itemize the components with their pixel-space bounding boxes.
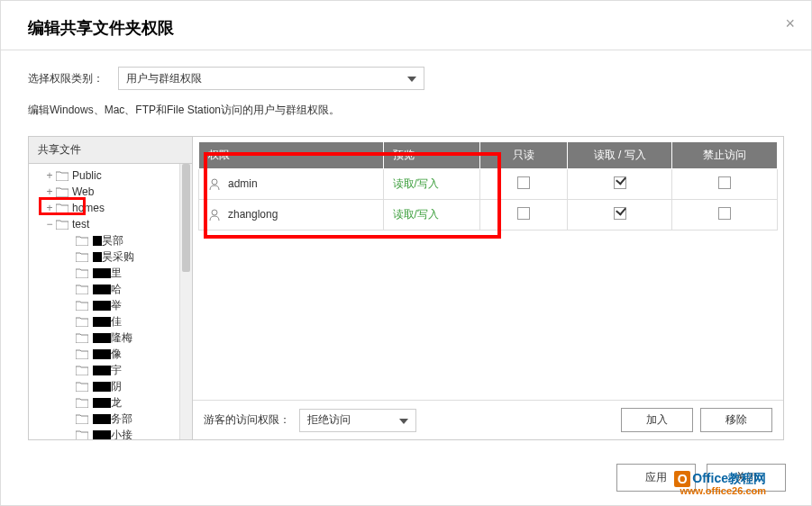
- table-buttons: 加入 移除: [621, 408, 772, 432]
- folder-icon: [76, 366, 88, 375]
- svg-point-0: [212, 179, 217, 185]
- tree-item-label: 昊采购: [102, 249, 134, 265]
- tree-item-label: 昊部: [102, 233, 123, 248]
- dialog: 编辑共享文件夹权限 × 选择权限类别： 用户与群组权限 编辑Windows、Ma…: [0, 0, 812, 506]
- tree-header: 共享文件: [29, 137, 192, 164]
- th-preview[interactable]: 预览: [383, 142, 479, 169]
- tree-item[interactable]: +Web: [29, 184, 192, 200]
- redacted-text: [93, 366, 111, 375]
- folder-icon: [76, 430, 88, 440]
- category-row: 选择权限类别： 用户与群组权限: [28, 67, 784, 90]
- th-readonly[interactable]: 只读: [479, 142, 567, 169]
- deny-checkbox[interactable]: [718, 207, 731, 220]
- deny-checkbox[interactable]: [718, 176, 731, 189]
- tree-item[interactable]: 佳: [29, 313, 192, 330]
- folder-icon: [76, 349, 88, 359]
- tree-item-label: 像: [111, 347, 122, 362]
- tree-item-label: 隆梅: [111, 330, 132, 346]
- folder-icon: [56, 187, 68, 197]
- close-icon[interactable]: ×: [785, 14, 795, 33]
- folder-icon: [56, 203, 68, 213]
- tree-item[interactable]: 哈: [29, 281, 192, 297]
- readwrite-checkbox[interactable]: [614, 176, 626, 189]
- dialog-header: 编辑共享文件夹权限 ×: [1, 1, 811, 50]
- folder-icon: [76, 252, 88, 262]
- redacted-text: [93, 398, 111, 408]
- readonly-checkbox[interactable]: [517, 207, 530, 220]
- redacted-text: [93, 430, 111, 440]
- category-label: 选择权限类别：: [28, 71, 104, 86]
- tree-item[interactable]: +homes: [29, 200, 192, 216]
- th-deny[interactable]: 禁止访问: [672, 142, 778, 169]
- guest-select[interactable]: 拒绝访问: [299, 409, 416, 432]
- tree-item-label: 阴: [111, 379, 122, 394]
- tree-item[interactable]: 阴: [29, 378, 192, 394]
- preview-value: 读取/写入: [393, 208, 439, 221]
- readonly-checkbox[interactable]: [517, 176, 530, 189]
- readwrite-checkbox[interactable]: [614, 207, 626, 220]
- category-selected: 用户与群组权限: [126, 71, 202, 86]
- tree-item[interactable]: −test: [29, 216, 192, 232]
- tree-item[interactable]: +Public: [29, 167, 192, 184]
- user-icon: [208, 178, 221, 191]
- redacted-text: [93, 349, 111, 359]
- add-button[interactable]: 加入: [621, 408, 693, 432]
- guest-selected: 拒绝访问: [307, 412, 351, 428]
- tree-item-label: 哈: [111, 282, 122, 297]
- guest-label: 游客的访问权限：: [204, 412, 290, 428]
- table-row[interactable]: admin读取/写入: [199, 169, 778, 200]
- bottom-row: 游客的访问权限： 拒绝访问 加入 移除: [193, 400, 783, 439]
- tree-item[interactable]: 昊采购: [29, 248, 192, 265]
- folder-icon: [76, 236, 88, 246]
- category-select[interactable]: 用户与群组权限: [118, 67, 424, 90]
- folder-icon: [76, 382, 88, 392]
- tree-item[interactable]: 龙: [29, 394, 192, 411]
- tree-item-label: 小接: [111, 428, 132, 440]
- expand-icon[interactable]: +: [45, 185, 54, 198]
- redacted-text: [93, 414, 111, 424]
- dialog-body: 选择权限类别： 用户与群组权限 编辑Windows、Mac、FTP和File S…: [1, 50, 811, 440]
- watermark: OOffice教程网 www.office26.com: [674, 471, 766, 496]
- tree-item-label: 龙: [111, 395, 122, 411]
- tree-item[interactable]: 隆梅: [29, 330, 192, 346]
- th-readwrite[interactable]: 读取 / 写入: [567, 142, 672, 169]
- user-name: zhanglong: [228, 208, 278, 221]
- table-row[interactable]: zhanglong读取/写入: [199, 200, 778, 230]
- scroll-thumb[interactable]: [182, 164, 190, 272]
- expand-icon[interactable]: −: [45, 218, 54, 230]
- folder-icon: [76, 268, 88, 278]
- redacted-text: [93, 317, 111, 327]
- tree-item[interactable]: 昊部: [29, 232, 192, 248]
- folder-icon: [56, 220, 68, 230]
- tree-item[interactable]: 举: [29, 297, 192, 313]
- watermark-title: Office教程网: [692, 471, 766, 485]
- folder-icon: [76, 301, 88, 311]
- folder-icon: [76, 285, 88, 294]
- redacted-text: [93, 236, 102, 246]
- redacted-text: [93, 382, 111, 392]
- chevron-down-icon: [407, 72, 416, 85]
- tree-scrollbar[interactable]: [179, 164, 192, 439]
- folder-icon: [76, 414, 88, 424]
- folder-icon: [76, 317, 88, 327]
- tree-item[interactable]: 小接: [29, 427, 192, 439]
- user-name: admin: [228, 177, 258, 190]
- permissions-panel: 权限 预览 只读 读取 / 写入 禁止访问 admin读取/写入zhanglon…: [193, 137, 783, 439]
- th-permission[interactable]: 权限: [199, 142, 384, 169]
- tree-item-label: 宇: [111, 363, 122, 378]
- folder-icon: [56, 171, 68, 181]
- expand-icon[interactable]: +: [45, 169, 54, 182]
- chevron-down-icon: [399, 414, 408, 427]
- folder-icon: [76, 398, 88, 408]
- tree-item[interactable]: 宇: [29, 362, 192, 378]
- tree-item-label: 举: [111, 298, 122, 313]
- tree-item-label: 佳: [111, 314, 122, 330]
- tree-item[interactable]: 里: [29, 265, 192, 281]
- redacted-text: [93, 252, 102, 262]
- remove-button[interactable]: 移除: [700, 408, 772, 432]
- tree-item[interactable]: 务部: [29, 411, 192, 427]
- expand-icon[interactable]: +: [45, 202, 54, 214]
- tree-item-label: 务部: [111, 411, 132, 427]
- tree-item[interactable]: 像: [29, 346, 192, 362]
- description-text: 编辑Windows、Mac、FTP和File Station访问的用户与群组权限…: [28, 103, 784, 118]
